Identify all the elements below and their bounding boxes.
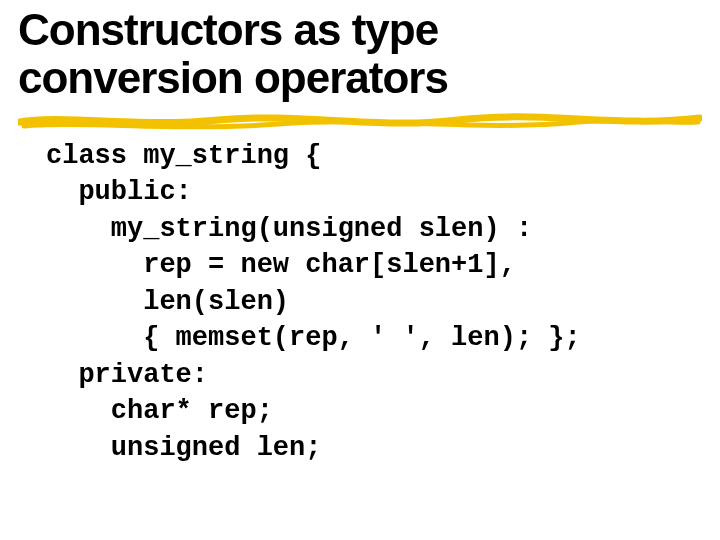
code-line: len(slen) bbox=[46, 287, 289, 317]
title-line-2: conversion operators bbox=[18, 54, 702, 102]
code-line: rep = new char[slen+1], bbox=[46, 250, 516, 280]
code-line: class my_string { bbox=[46, 141, 321, 171]
code-line: unsigned len; bbox=[46, 433, 321, 463]
slide: Constructors as type conversion operator… bbox=[0, 0, 720, 540]
title-underline bbox=[18, 108, 702, 132]
code-line: private: bbox=[46, 360, 208, 390]
slide-title: Constructors as type conversion operator… bbox=[18, 6, 702, 101]
code-line: public: bbox=[46, 177, 192, 207]
scribble-underline-icon bbox=[18, 108, 702, 132]
code-line: char* rep; bbox=[46, 396, 273, 426]
code-line: { memset(rep, ' ', len); }; bbox=[46, 323, 581, 353]
title-line-1: Constructors as type bbox=[18, 6, 702, 54]
code-block: class my_string { public: my_string(unsi… bbox=[46, 138, 581, 466]
code-line: my_string(unsigned slen) : bbox=[46, 214, 532, 244]
